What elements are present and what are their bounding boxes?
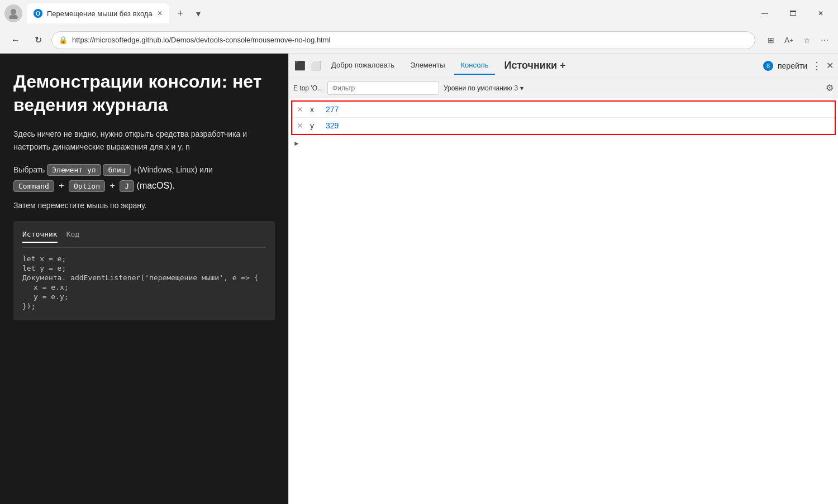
new-tab-button[interactable]: + [172, 4, 189, 22]
log-levels-text: Уровни по умолчанию [444, 84, 512, 92]
expand-icon[interactable]: ► [289, 137, 838, 150]
page-content: Демонстрации консоли: нет ведения журнал… [0, 54, 288, 504]
lock-icon: 🔒 [59, 36, 68, 44]
entry-y: ✕ y 329 [292, 118, 835, 134]
kbd-option: Option [69, 180, 105, 192]
log-levels-count: 3 [514, 84, 518, 92]
back-button[interactable]: ← [7, 31, 25, 49]
tab-title: Перемещение мыши без входа [47, 9, 153, 18]
instruction-select: Выбрать [13, 165, 45, 174]
window-controls: — 🗖 ✕ [752, 4, 834, 22]
title-bar-left [4, 4, 22, 22]
tab-welcome[interactable]: Добро пожаловать [325, 56, 401, 75]
context-text: E top 'O... [293, 84, 323, 92]
entry-y-label: y [310, 121, 321, 130]
profile-icon[interactable] [4, 4, 22, 22]
tab-favicon [34, 9, 42, 18]
devtools-header-right: 8 перейти ⋮ ✕ [763, 60, 834, 72]
svg-point-1 [9, 15, 18, 19]
console-context[interactable]: E top 'O... [293, 84, 323, 92]
instruction-windows: +(Windows, Linux) или [133, 165, 213, 174]
address-icons: ⊞ A+ ☆ ⋯ [764, 33, 831, 47]
address-bar: ← ↻ 🔒 https://microsoftedge.github.io/De… [0, 27, 838, 54]
favorites-icon[interactable]: ☆ [800, 33, 813, 47]
log-levels-chevron: ▾ [520, 84, 523, 92]
instruction-macos: (macOS). [137, 181, 175, 190]
macos-instruction: Command + Option + J (macOS). [13, 180, 275, 192]
url-text: https://microsoftedge.github.io/Demos/de… [72, 36, 330, 44]
entry-y-value: 329 [326, 121, 339, 130]
devtools-more-icon[interactable]: ⋮ [812, 60, 822, 72]
devtools-dock-icon[interactable]: ⬛ [293, 59, 307, 73]
refresh-button[interactable]: ↻ [29, 31, 47, 49]
log-levels[interactable]: Уровни по умолчанию 3 ▾ [444, 84, 523, 92]
devtools-panel: ⬛ ⬜ Добро пожаловать Элементы Консоль Ис… [288, 54, 838, 504]
code-line-4: x = e.x; [22, 283, 266, 291]
read-aloud-icon[interactable]: A+ [782, 33, 796, 47]
address-input[interactable]: 🔒 https://microsoftedge.github.io/Demos/… [51, 31, 755, 49]
settings-gear-icon[interactable]: ⚙ [826, 83, 834, 93]
page-instruction: Выбрать Элемент ул блиц +(Windows, Linux… [13, 164, 275, 176]
live-expressions-group: ✕ x 277 ✕ y 329 [291, 100, 836, 135]
entry-x: ✕ x 277 [292, 102, 835, 118]
tab-sources[interactable]: Источники + [497, 55, 572, 76]
svg-point-0 [11, 9, 16, 15]
console-toolbar: E top 'O... Уровни по умолчанию 3 ▾ ⚙ [289, 78, 838, 98]
active-tab[interactable]: Перемещение мыши без входа ✕ [27, 3, 169, 23]
code-line-2: let y = e; [22, 264, 266, 272]
code-line-1: let x = e; [22, 255, 266, 263]
tab-console[interactable]: Консоль [454, 56, 496, 75]
kbd-element: Элемент ул [47, 164, 101, 176]
code-tab-source[interactable]: Источник [22, 230, 58, 243]
devtools-header: ⬛ ⬜ Добро пожаловать Элементы Консоль Ис… [289, 54, 838, 78]
plus2: + [109, 181, 115, 190]
devtools-undock-icon[interactable]: ⬜ [309, 59, 322, 73]
code-line-6: }); [22, 302, 266, 310]
kbd-blitz: блиц [103, 164, 130, 176]
close-button[interactable]: ✕ [808, 4, 834, 22]
more-icon[interactable]: ⋯ [818, 33, 831, 47]
title-bar: Перемещение мыши без входа ✕ + ▾ — 🗖 ✕ [0, 0, 838, 27]
tab-dropdown-button[interactable]: ▾ [192, 7, 205, 20]
page-title: Демонстрации консоли: нет ведения журнал… [13, 70, 275, 117]
maximize-button[interactable]: 🗖 [780, 4, 806, 22]
kbd-command: Command [13, 180, 54, 192]
devtools-close-icon[interactable]: ✕ [826, 60, 834, 71]
entry-y-close[interactable]: ✕ [297, 121, 306, 130]
move-text: Затем переместите мышь по экрану. [13, 201, 275, 210]
code-line-5: y = e.y; [22, 292, 266, 301]
code-lines: let x = e; let y = e; Документа. addEven… [22, 255, 266, 310]
code-tabs: Источник Код [22, 230, 266, 248]
plus1: + [59, 181, 64, 190]
code-line-3: Документа. addEventListener('перемещение… [22, 273, 266, 282]
filter-input[interactable] [327, 81, 439, 95]
minimize-button[interactable]: — [752, 4, 778, 22]
notification-badge: 8 [763, 61, 773, 71]
goto-label[interactable]: перейти [778, 61, 807, 70]
kbd-j: J [120, 180, 134, 192]
entry-x-label: x [310, 105, 321, 114]
page-description: Здесь ничего не видно, нужно открыть сре… [13, 128, 275, 153]
code-tab-code[interactable]: Код [66, 230, 79, 243]
main-area: Демонстрации консоли: нет ведения журнал… [0, 54, 838, 504]
collections-icon[interactable]: ⊞ [764, 33, 778, 47]
entry-x-close[interactable]: ✕ [297, 105, 306, 114]
tab-bar: Перемещение мыши без входа ✕ + ▾ [27, 3, 747, 23]
code-block: Источник Код let x = e; let y = e; Докум… [13, 221, 275, 320]
console-content: ✕ x 277 ✕ y 329 ► [289, 98, 838, 504]
tab-elements[interactable]: Элементы [403, 56, 451, 75]
entry-x-value: 277 [326, 105, 339, 114]
tab-close-btn[interactable]: ✕ [157, 9, 163, 17]
